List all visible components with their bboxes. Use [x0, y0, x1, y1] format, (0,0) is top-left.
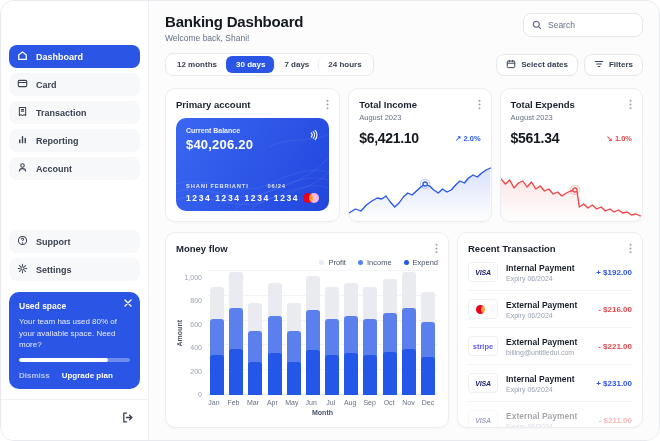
transaction-row[interactable]: stripe External Payment billing@untitled… — [468, 328, 632, 365]
transaction-title: External Payment — [506, 300, 577, 310]
search-icon — [532, 16, 542, 34]
sidebar-item-transaction[interactable]: Transaction — [9, 101, 140, 124]
money-flow-column[interactable] — [287, 271, 301, 395]
bar-expend — [248, 362, 262, 395]
sidebar-item-dashboard[interactable]: Dashboard — [9, 45, 140, 68]
kebab-menu-icon[interactable] — [326, 99, 329, 110]
recent-transactions-card: Recent Transaction VISA Internal Payment… — [457, 232, 643, 428]
total-expends-card: Total Expends August 2023 $561.34 ↘1.0% — [500, 88, 643, 222]
y-tick-label: 200 — [190, 368, 202, 375]
gear-icon — [17, 263, 28, 276]
y-tick-label: 800 — [190, 297, 202, 304]
y-tick-label: 1,000 — [184, 274, 202, 281]
mastercard-logo — [468, 299, 498, 319]
transaction-title: Internal Payment — [506, 263, 575, 273]
expends-amount: $561.34 — [511, 130, 560, 146]
user-icon — [17, 162, 28, 175]
x-tick-label: Feb — [226, 399, 240, 406]
sidebar-item-label: Settings — [36, 265, 72, 275]
upgrade-plan-button[interactable]: Upgrade plan — [62, 371, 113, 380]
money-flow-column[interactable] — [344, 271, 358, 395]
expends-change-badge: ↘1.0% — [607, 134, 632, 143]
trend-down-icon: ↘ — [607, 134, 613, 143]
page-subtitle: Welcome back, Shani! — [165, 33, 303, 43]
help-icon — [17, 235, 28, 248]
bar-expend — [363, 355, 377, 395]
trend-up-icon: ↗ — [455, 134, 461, 143]
money-flow-column[interactable] — [229, 271, 243, 395]
money-flow-column[interactable] — [402, 271, 416, 395]
x-tick-label: Jan — [207, 399, 221, 406]
transaction-subtitle: billing@untitledui.com — [506, 349, 577, 356]
search-input[interactable] — [548, 20, 634, 30]
calendar-icon — [506, 59, 516, 71]
sidebar-item-label: Card — [36, 80, 57, 90]
money-flow-card: Money flow ProfitIncomeExpend Amount 1,0… — [165, 232, 449, 428]
x-tick-label: Dec — [421, 399, 435, 406]
sidebar-item-settings[interactable]: Settings — [9, 258, 140, 281]
bar-expend — [421, 357, 435, 395]
money-flow-column[interactable] — [248, 271, 262, 395]
bar-expend — [306, 350, 320, 395]
sidebar-item-label: Support — [36, 237, 71, 247]
transaction-subtitle: Expiry 06/2024 — [506, 423, 577, 428]
legend-item: Income — [358, 258, 392, 267]
money-flow-column[interactable] — [325, 271, 339, 395]
contactless-icon — [307, 127, 319, 145]
legend-dot — [358, 260, 363, 265]
transaction-row[interactable]: External Payment Expiry 06/2024 - $216.0… — [468, 291, 632, 328]
money-flow-column[interactable] — [306, 271, 320, 395]
tab-24-hours[interactable]: 24 hours — [318, 56, 370, 73]
receipt-icon — [17, 106, 28, 119]
kebab-menu-icon[interactable] — [435, 243, 438, 254]
sidebar-item-support[interactable]: Support — [9, 230, 140, 253]
kebab-menu-icon[interactable] — [478, 99, 481, 110]
select-dates-button[interactable]: Select dates — [496, 54, 578, 76]
transaction-row[interactable]: VISA Internal Payment Expiry 06/2024 + $… — [468, 254, 632, 291]
x-axis-title: Month — [183, 406, 438, 417]
close-icon[interactable] — [124, 299, 132, 307]
income-amount: $6,421.10 — [359, 130, 419, 146]
used-space-progress-fill — [19, 358, 108, 362]
x-tick-label: Apr — [265, 399, 279, 406]
sidebar-item-reporting[interactable]: Reporting — [9, 129, 140, 152]
legend-dot — [404, 260, 409, 265]
bar-expend — [325, 355, 339, 395]
transaction-row[interactable]: VISA External Payment Expiry 06/2024 - $… — [468, 402, 632, 427]
money-flow-column[interactable] — [363, 271, 377, 395]
credit-card-icon — [17, 78, 28, 91]
transaction-row[interactable]: VISA Internal Payment Expiry 06/2024 + $… — [468, 365, 632, 402]
income-change-badge: ↗2.0% — [455, 134, 480, 143]
legend-dot — [319, 260, 324, 265]
logout-icon[interactable] — [121, 410, 134, 428]
card-title: Total Expends — [511, 99, 575, 110]
home-icon — [17, 50, 28, 63]
sidebar-item-card[interactable]: Card — [9, 73, 140, 96]
x-tick-label: Oct — [382, 399, 396, 406]
tab-30-days[interactable]: 30 days — [226, 56, 274, 73]
kebab-menu-icon[interactable] — [629, 99, 632, 110]
transaction-amount: - $216.00 — [598, 305, 632, 314]
money-flow-column[interactable] — [421, 271, 435, 395]
bar-expend — [383, 352, 397, 395]
page-title: Banking Dashboard — [165, 13, 303, 30]
money-flow-column[interactable] — [383, 271, 397, 395]
money-flow-column[interactable] — [268, 271, 282, 395]
search-box[interactable] — [523, 13, 643, 37]
total-income-card: Total Income August 2023 $6,421.10 ↗2.0% — [348, 88, 491, 222]
sidebar-item-account[interactable]: Account — [9, 157, 140, 180]
card-title: Recent Transaction — [468, 243, 556, 254]
tab-7-days[interactable]: 7 days — [274, 56, 318, 73]
tab-12-months[interactable]: 12 months — [168, 56, 226, 73]
logo-space — [9, 9, 140, 45]
money-flow-column[interactable] — [210, 271, 224, 395]
filters-button[interactable]: Filters — [584, 54, 643, 76]
y-axis-ticks: 1,0008006004002000 — [183, 271, 207, 395]
y-axis-title: Amount — [176, 320, 183, 346]
dismiss-button[interactable]: Dismiss — [19, 371, 50, 380]
bar-chart-icon — [17, 134, 28, 147]
stat-period: August 2023 — [359, 113, 480, 122]
kebab-menu-icon[interactable] — [629, 243, 632, 254]
transaction-list: VISA Internal Payment Expiry 06/2024 + $… — [468, 254, 632, 427]
card-expiry: 06/24 — [267, 183, 286, 189]
